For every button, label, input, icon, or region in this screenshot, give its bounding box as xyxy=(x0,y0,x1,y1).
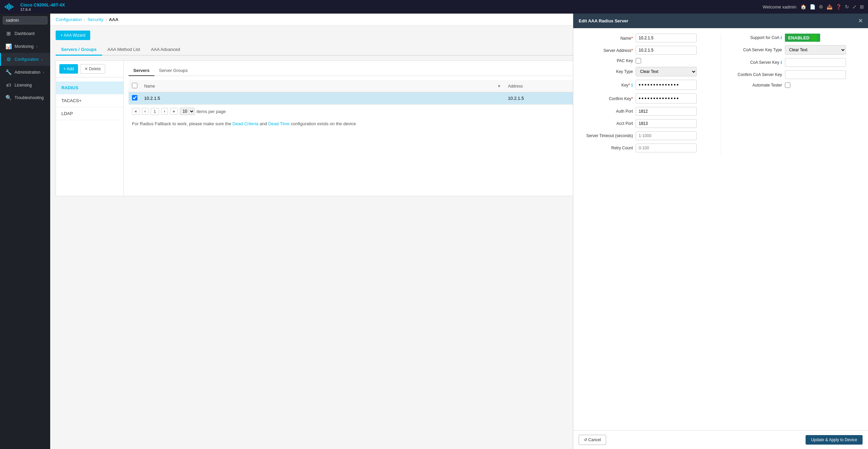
upload-icon[interactable]: 📤 xyxy=(827,4,832,10)
form-row-confirm-coa-key: Confirm CoA Server Key xyxy=(728,70,863,79)
document-icon[interactable]: 📄 xyxy=(810,4,815,10)
first-page-btn[interactable]: « xyxy=(132,108,140,115)
refresh-icon[interactable]: ↻ xyxy=(845,4,849,10)
form-row-coa-server-key: CoA Server Key ℹ xyxy=(728,58,863,67)
support-coa-toggle[interactable]: ENABLED xyxy=(785,34,821,42)
help-icon[interactable]: ❓ xyxy=(836,4,842,10)
coa-server-key-label: CoA Server Key ℹ xyxy=(728,60,782,65)
select-all-checkbox[interactable] xyxy=(132,83,137,88)
sub-tab-server-groups[interactable]: Server Groups xyxy=(154,66,193,76)
support-coa-label: Support for CoA ℹ xyxy=(728,35,782,40)
monitoring-chevron: › xyxy=(36,45,37,49)
left-panel-ldap[interactable]: LDAP xyxy=(56,107,123,120)
brand: Cisco C9200L-48T-4X 17.6.4 xyxy=(4,2,65,12)
device-ip: 17.6.4 xyxy=(20,7,65,12)
sidebar-label-configuration: Configuration xyxy=(15,57,39,62)
sidebar-search-container xyxy=(0,14,50,27)
dead-criteria-link[interactable]: Dead Criteria xyxy=(232,121,258,126)
sidebar-item-administration[interactable]: 🔧 Administration › xyxy=(0,66,50,79)
sidebar-item-monitoring[interactable]: 📊 Monitoring › xyxy=(0,40,50,53)
tab-aaa-method[interactable]: AAA Method List xyxy=(102,44,146,56)
form-row-server-address: Server Address* xyxy=(579,46,721,55)
acct-port-input[interactable] xyxy=(636,119,697,128)
sidebar-item-dashboard[interactable]: ⊞ Dashboard xyxy=(0,27,50,40)
form-row-acct-port: Acct Port xyxy=(579,119,721,128)
aaa-wizard-button[interactable]: + AAA Wizard xyxy=(56,31,90,40)
confirm-coa-server-key-input[interactable] xyxy=(785,70,846,79)
row-name: 10.2.1.5 xyxy=(141,92,494,105)
delete-button[interactable]: ✕ Delete xyxy=(80,64,105,74)
svg-rect-2 xyxy=(8,3,10,10)
pac-key-checkbox[interactable] xyxy=(636,58,641,63)
col-name: Name xyxy=(141,80,494,92)
current-page: 1 xyxy=(151,108,159,115)
licensing-icon: 🏷 xyxy=(5,82,12,88)
add-button[interactable]: + Add xyxy=(59,64,78,74)
form-row-pac-key: PAC Key xyxy=(579,58,721,63)
close-icon[interactable]: ✕ xyxy=(858,18,863,24)
name-input[interactable] xyxy=(636,34,697,42)
tab-aaa-advanced[interactable]: AAA Advanced xyxy=(146,44,186,56)
form-row-name: Name* xyxy=(579,34,721,42)
edit-panel: Edit AAA Radius Server ✕ Name* Server Ad… xyxy=(573,14,868,449)
sidebar-item-troubleshooting[interactable]: 🔍 Troubleshooting xyxy=(0,91,50,104)
auth-port-input[interactable] xyxy=(636,107,697,116)
grid-icon[interactable]: ⊞ xyxy=(860,4,864,10)
breadcrumb-aaa: AAA xyxy=(109,17,118,22)
server-timeout-input[interactable] xyxy=(636,131,697,140)
sidebar-item-configuration[interactable]: ⚙ Configuration › xyxy=(0,53,50,66)
server-address-input[interactable] xyxy=(636,46,697,55)
svg-rect-3 xyxy=(10,5,12,9)
form-row-support-coa: Support for CoA ℹ ENABLED xyxy=(728,34,863,42)
svg-rect-1 xyxy=(6,5,8,9)
key-input[interactable] xyxy=(636,80,697,90)
sidebar-label-monitoring: Monitoring xyxy=(15,44,34,49)
filter-icon[interactable]: ▼ xyxy=(497,84,501,89)
coa-server-key-input[interactable] xyxy=(785,58,846,67)
coa-key-info-icon[interactable]: ℹ xyxy=(780,60,782,65)
form-row-coa-key-type: CoA Server Key Type Clear Text Encrypted xyxy=(728,45,863,55)
breadcrumb-security[interactable]: Security xyxy=(88,17,103,22)
retry-count-input[interactable] xyxy=(636,144,697,152)
home-icon[interactable]: 🏠 xyxy=(801,4,806,10)
last-page-btn[interactable]: » xyxy=(170,108,178,115)
breadcrumb-configuration[interactable]: Configuration xyxy=(56,17,82,22)
left-panel-tacacs[interactable]: TACACS+ xyxy=(56,94,123,107)
retry-count-label: Retry Count xyxy=(579,146,633,150)
automate-tester-checkbox[interactable] xyxy=(785,82,790,88)
tab-servers-groups[interactable]: Servers / Groups xyxy=(56,44,102,56)
row-checkbox[interactable] xyxy=(132,95,137,100)
automate-tester-label: Automate Tester xyxy=(728,83,782,88)
expand-icon[interactable]: ⤢ xyxy=(852,4,856,10)
form-row-retry-count: Retry Count xyxy=(579,144,721,152)
form-row-auth-port: Auth Port xyxy=(579,107,721,116)
next-page-btn[interactable]: › xyxy=(161,108,168,115)
administration-chevron: › xyxy=(43,71,44,74)
support-coa-info-icon[interactable]: ℹ xyxy=(780,35,782,40)
top-navbar: Cisco C9200L-48T-4X 17.6.4 Welcome xadmi… xyxy=(0,0,868,14)
key-type-select[interactable]: Clear Text Encrypted xyxy=(636,67,697,76)
key-info-icon[interactable]: ℹ xyxy=(631,83,633,88)
form-row-automate-tester: Automate Tester xyxy=(728,82,863,88)
sidebar-item-licensing[interactable]: 🏷 Licensing xyxy=(0,79,50,91)
edit-panel-title: Edit AAA Radius Server xyxy=(579,18,628,23)
prev-page-btn[interactable]: ‹ xyxy=(142,108,149,115)
welcome-text: Welcome xadmin xyxy=(763,4,796,10)
top-icons: 🏠 📄 ⚙ 📤 ❓ ↻ ⤢ ⊞ xyxy=(801,4,864,10)
update-apply-button[interactable]: Update & Apply to Device xyxy=(806,435,863,445)
key-label: Key* ℹ xyxy=(579,82,633,88)
page-size-select[interactable]: 10 25 50 xyxy=(180,108,195,115)
key-type-label: Key Type xyxy=(579,69,633,74)
search-input[interactable] xyxy=(3,16,47,24)
left-panel-radius[interactable]: RADIUS xyxy=(56,81,123,94)
confirm-key-input[interactable] xyxy=(636,93,697,104)
acct-port-label: Acct Port xyxy=(579,121,633,126)
sub-tab-servers[interactable]: Servers xyxy=(129,66,154,76)
settings-icon[interactable]: ⚙ xyxy=(819,4,823,10)
dead-time-link[interactable]: Dead Time xyxy=(268,121,290,126)
coa-key-type-select[interactable]: Clear Text Encrypted xyxy=(785,45,846,55)
cancel-button[interactable]: ↺ Cancel xyxy=(579,435,606,445)
coa-server-key-type-label: CoA Server Key Type xyxy=(728,48,782,52)
confirm-key-label: Confirm Key* xyxy=(579,96,633,101)
device-name: Cisco C9200L-48T-4X xyxy=(20,2,65,7)
